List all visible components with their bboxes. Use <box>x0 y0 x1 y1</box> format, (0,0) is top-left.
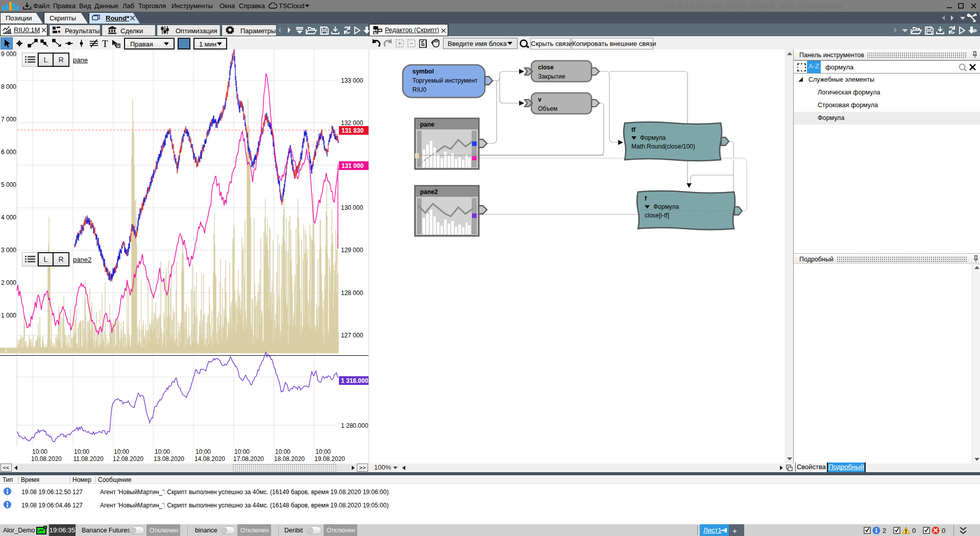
svg-text:11.08.2020: 11.08.2020 <box>73 455 103 462</box>
svg-text:T: T <box>102 38 108 49</box>
svg-text:130 000: 130 000 <box>341 204 363 211</box>
svg-text:Закрытие: Закрытие <box>538 73 566 80</box>
svg-text:Math.Round(close/100): Math.Round(close/100) <box>631 143 695 150</box>
svg-text:4 000: 4 000 <box>1 214 16 221</box>
svg-text:0: 0 <box>912 527 916 534</box>
svg-text:10:00: 10:00 <box>74 448 89 455</box>
svg-text:1 000: 1 000 <box>1 312 16 319</box>
svg-text:Торгуемый инструмент: Торгуемый инструмент <box>412 77 478 84</box>
svg-text:8 000: 8 000 <box>1 83 16 90</box>
svg-text:10:00: 10:00 <box>315 448 331 455</box>
svg-text:10:00: 10:00 <box>275 448 290 455</box>
svg-text:RIU0: RIU0 <box>412 86 427 93</box>
svg-text:19.08.2020: 19.08.2020 <box>314 455 345 462</box>
svg-text:1 280.000: 1 280.000 <box>341 422 369 429</box>
svg-text:128 000: 128 000 <box>341 289 363 297</box>
svg-text:10:00: 10:00 <box>114 448 129 455</box>
svg-text:10:00: 10:00 <box>32 448 47 455</box>
svg-text:v: v <box>538 96 542 103</box>
svg-text:14.08.2020: 14.08.2020 <box>194 455 225 462</box>
svg-text:13.08.2020: 13.08.2020 <box>154 455 184 462</box>
svg-text:127 000: 127 000 <box>341 332 363 339</box>
svg-text:133 000: 133 000 <box>341 77 363 84</box>
svg-text:7 000: 7 000 <box>1 116 16 123</box>
svg-text:0: 0 <box>942 527 945 534</box>
svg-text:5 000: 5 000 <box>1 181 16 188</box>
svg-text:Объем: Объем <box>538 105 557 112</box>
svg-text:131 830: 131 830 <box>341 127 364 134</box>
svg-text:symbol: symbol <box>412 68 434 75</box>
svg-text:9 000: 9 000 <box>1 51 16 58</box>
svg-text:1 318.000: 1 318.000 <box>341 377 369 384</box>
svg-text:131 000: 131 000 <box>341 162 364 169</box>
svg-text:6 000: 6 000 <box>1 149 16 156</box>
svg-text:pane: pane <box>420 121 434 128</box>
svg-text:10:00: 10:00 <box>155 448 170 455</box>
svg-text:Формула: Формула <box>653 203 679 210</box>
svg-text:1: 1 <box>5 347 8 353</box>
svg-text:3 000: 3 000 <box>1 247 16 254</box>
svg-text:18.08.2020: 18.08.2020 <box>274 455 305 462</box>
svg-text:Формула: Формула <box>640 134 666 141</box>
svg-text:pane2: pane2 <box>420 188 438 196</box>
svg-text:10:00: 10:00 <box>195 448 211 455</box>
svg-text:2 000: 2 000 <box>1 279 16 286</box>
svg-text:tf: tf <box>631 126 636 133</box>
svg-text:2: 2 <box>883 527 886 534</box>
svg-text:132 000: 132 000 <box>341 119 363 127</box>
svg-text:129 000: 129 000 <box>341 247 363 254</box>
svg-text:10:00: 10:00 <box>234 448 250 455</box>
svg-text:12.08.2020: 12.08.2020 <box>113 455 143 462</box>
svg-text:10.08.2020: 10.08.2020 <box>31 455 62 462</box>
svg-text:close[i-tf]: close[i-tf] <box>645 212 669 219</box>
svg-text:17.08.2020: 17.08.2020 <box>233 455 264 462</box>
svg-text:close: close <box>538 64 554 71</box>
